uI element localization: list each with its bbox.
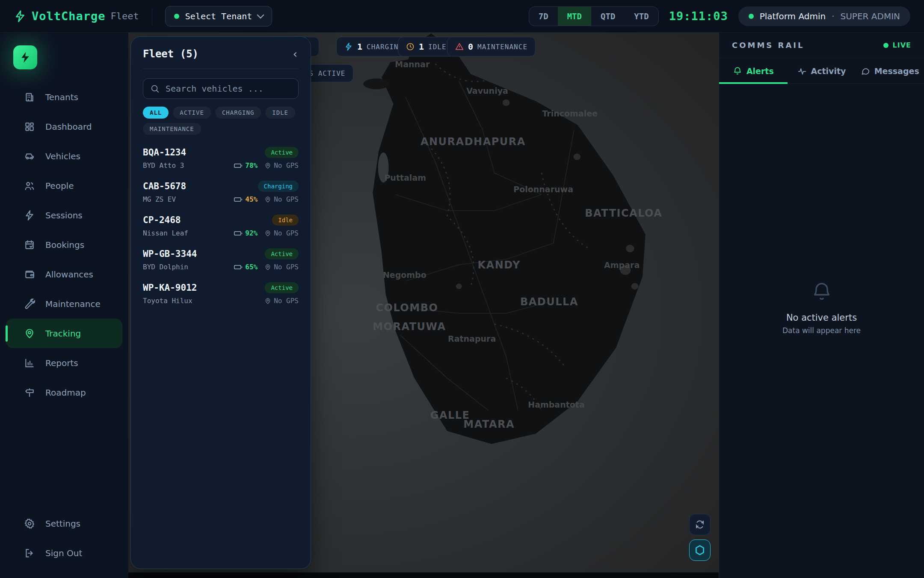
status-filters: ALL ACTIVE CHARGING IDLE MAINTENANCE: [143, 107, 299, 135]
vehicle-row[interactable]: WP-GB-3344 Active BYD Dolphin 65% No GPS: [143, 247, 299, 273]
sidebar-item-tracking[interactable]: Tracking: [6, 319, 122, 348]
map-area: Mannar Vavuniya Trincomalee ANURADHAPURA…: [128, 33, 719, 578]
sidebar-item-roadmap[interactable]: Roadmap: [6, 378, 122, 407]
status-label: MAINTENANCE: [477, 43, 527, 51]
sidebar-item-tenants[interactable]: Tenants: [6, 82, 122, 112]
battery-level: 45%: [234, 195, 258, 203]
wrench-icon: [24, 298, 35, 310]
comms-title: COMMS RAIL: [732, 41, 805, 50]
sidebar: Tenants Dashboard Vehicles People Sessio…: [0, 33, 128, 578]
collapse-panel-button[interactable]: ‹: [292, 48, 299, 60]
vehicle-row[interactable]: WP-KA-9012 Active Toyota Hilux No GPS: [143, 280, 299, 307]
refresh-button[interactable]: [689, 514, 711, 535]
vehicle-row[interactable]: CAB-5678 Charging MG ZS EV 45% No GPS: [143, 179, 299, 205]
sidebar-item-label: Tenants: [45, 92, 78, 102]
map-label-puttalam: Puttalam: [384, 173, 426, 182]
gps-status: No GPS: [264, 297, 299, 305]
building-icon: [24, 92, 35, 103]
sidebar-item-label: Sessions: [45, 210, 83, 220]
filter-all[interactable]: ALL: [143, 107, 169, 119]
chat-bubble-icon: [861, 66, 870, 76]
sidebar-item-sessions[interactable]: Sessions: [6, 200, 122, 230]
vehicle-model: BYD Atto 3: [143, 161, 184, 170]
admin-separator: ·: [832, 11, 834, 21]
map-pin-icon: [264, 162, 271, 169]
map-pin-icon: [264, 264, 271, 271]
status-badge: Active: [265, 147, 299, 158]
island-shape: [373, 34, 646, 444]
live-dot: [883, 43, 888, 48]
app-logo: [13, 45, 37, 69]
chevron-down-icon: [257, 12, 264, 19]
divider: [152, 8, 152, 25]
sidebar-item-label: Allowances: [45, 269, 93, 280]
vehicle-model: MG ZS EV: [143, 195, 176, 203]
admin-status-dot: [749, 14, 754, 19]
filter-idle[interactable]: IDLE: [265, 107, 295, 119]
map-label-kandy: KANDY: [477, 259, 520, 271]
range-ytd-button[interactable]: YTD: [625, 7, 658, 26]
search-icon: [150, 84, 160, 93]
status-badge: Active: [265, 248, 299, 259]
battery-level: 65%: [234, 263, 258, 271]
sidebar-item-label: Roadmap: [45, 387, 86, 398]
tenant-status-dot: [174, 14, 179, 19]
live-indicator: LIVE: [883, 41, 911, 49]
sidebar-item-label: People: [45, 181, 74, 191]
sidebar-item-vehicles[interactable]: Vehicles: [6, 141, 122, 171]
range-qtd-button[interactable]: QTD: [591, 7, 625, 26]
filter-active[interactable]: ACTIVE: [173, 107, 211, 119]
map-label-matara: MATARA: [463, 418, 515, 430]
brand-suffix: Fleet: [111, 11, 139, 21]
map-pin-icon: [24, 328, 35, 339]
sidebar-item-settings[interactable]: Settings: [6, 509, 122, 538]
vehicle-list: BQA-1234 Active BYD Atto 3 78% No GPS CA…: [143, 145, 299, 307]
sidebar-item-signout[interactable]: Sign Out: [6, 538, 122, 568]
range-7d-button[interactable]: 7D: [529, 7, 558, 26]
sidebar-item-label: Bookings: [45, 240, 84, 250]
admin-badge[interactable]: Platform Admin · SUPER ADMIN: [738, 6, 910, 26]
map-label-negombo: Negombo: [383, 270, 426, 280]
tab-messages[interactable]: Messages: [856, 58, 924, 83]
search-input[interactable]: [166, 83, 291, 94]
bell-icon: [811, 281, 833, 303]
sidebar-item-maintenance[interactable]: Maintenance: [6, 289, 122, 319]
tab-label: Alerts: [746, 66, 774, 76]
gps-status: No GPS: [264, 263, 299, 271]
tab-alerts[interactable]: Alerts: [719, 58, 788, 83]
battery-level: 78%: [234, 161, 258, 170]
tenant-selector[interactable]: Select Tenant: [165, 6, 272, 27]
vehicle-row[interactable]: CP-2468 Idle Nissan Leaf 92% No GPS: [143, 213, 299, 239]
map-label-moratuwa: MORATUWA: [373, 321, 446, 333]
live-label: LIVE: [893, 41, 911, 49]
sidebar-item-label: Maintenance: [45, 299, 101, 309]
map-pin-icon: [264, 298, 271, 304]
sidebar-item-allowances[interactable]: Allowances: [6, 259, 122, 289]
geofence-button[interactable]: [689, 539, 711, 561]
vehicle-search[interactable]: [143, 78, 299, 99]
hexagon-icon: [694, 545, 705, 556]
signpost-icon: [24, 387, 35, 398]
status-count: 0: [468, 42, 473, 52]
tab-activity[interactable]: Activity: [788, 58, 856, 83]
bar-chart-icon: [24, 358, 35, 369]
vehicle-row[interactable]: BQA-1234 Active BYD Atto 3 78% No GPS: [143, 145, 299, 171]
range-mtd-button[interactable]: MTD: [558, 7, 591, 26]
battery-icon: [234, 230, 243, 236]
fleet-panel-title: Fleet (5): [143, 48, 198, 60]
map-label-mannar: Mannar: [395, 60, 429, 69]
empty-state-title: No active alerts: [786, 313, 857, 323]
status-badge: Idle: [272, 215, 299, 226]
status-chip-maintenance: 0 MAINTENANCE: [447, 37, 536, 57]
tab-label: Messages: [874, 66, 919, 76]
map-label-badulla: BADULLA: [520, 296, 578, 308]
map-label-polonnaruwa: Polonnaruwa: [513, 185, 573, 194]
filter-maintenance[interactable]: MAINTENANCE: [143, 123, 201, 135]
sidebar-item-reports[interactable]: Reports: [6, 348, 122, 378]
filter-charging[interactable]: CHARGING: [215, 107, 261, 119]
sidebar-item-people[interactable]: People: [6, 171, 122, 200]
comms-header: COMMS RAIL LIVE: [719, 33, 924, 58]
sidebar-item-dashboard[interactable]: Dashboard: [6, 112, 122, 141]
map-label-ratnapura: Ratnapura: [448, 334, 496, 343]
sidebar-item-bookings[interactable]: Bookings: [6, 230, 122, 259]
